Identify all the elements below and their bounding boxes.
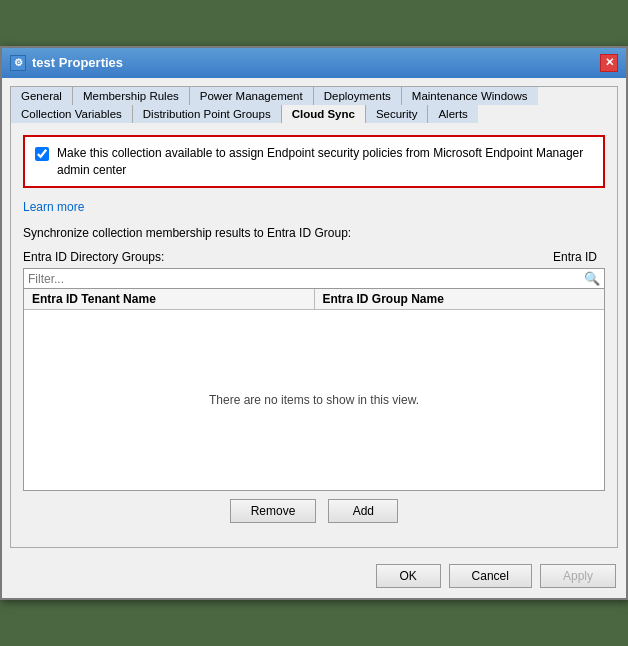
table-body: There are no items to show in this view. <box>24 310 604 490</box>
close-button[interactable]: ✕ <box>600 54 618 72</box>
column-tenant-name: Entra ID Tenant Name <box>24 289 315 309</box>
column-group-name: Entra ID Group Name <box>315 289 605 309</box>
tab-cloud-sync[interactable]: Cloud Sync <box>282 105 366 123</box>
add-button[interactable]: Add <box>328 499 398 523</box>
tabs-container: General Membership Rules Power Managemen… <box>2 78 626 557</box>
remove-button[interactable]: Remove <box>230 499 317 523</box>
endpoint-security-label: Make this collection available to assign… <box>57 145 593 179</box>
cancel-button[interactable]: Cancel <box>449 564 532 588</box>
footer-buttons: OK Cancel Apply <box>2 556 626 598</box>
empty-message: There are no items to show in this view. <box>209 393 419 407</box>
sync-description: Synchronize collection membership result… <box>23 226 605 240</box>
table-action-buttons: Remove Add <box>23 499 605 523</box>
window-icon: ⚙ <box>10 55 26 71</box>
tab-general[interactable]: General <box>11 87 73 105</box>
title-bar: ⚙ test Properties ✕ <box>2 48 626 78</box>
tab-maintenance-windows[interactable]: Maintenance Windows <box>402 87 538 105</box>
learn-more-link[interactable]: Learn more <box>23 200 84 214</box>
table-header: Entra ID Tenant Name Entra ID Group Name <box>24 289 604 310</box>
ok-button[interactable]: OK <box>376 564 441 588</box>
entra-id-column-label: Entra ID <box>553 250 597 264</box>
tab-content-area: Make this collection available to assign… <box>10 123 618 549</box>
properties-window: ⚙ test Properties ✕ General Membership R… <box>0 46 628 601</box>
tab-collection-variables[interactable]: Collection Variables <box>11 105 133 123</box>
tab-power-management[interactable]: Power Management <box>190 87 314 105</box>
tab-distribution-point-groups[interactable]: Distribution Point Groups <box>133 105 282 123</box>
endpoint-security-checkbox[interactable] <box>35 147 49 161</box>
tab-deployments[interactable]: Deployments <box>314 87 402 105</box>
tab-security[interactable]: Security <box>366 105 429 123</box>
directory-label: Entra ID Directory Groups: <box>23 250 164 264</box>
tab-alerts[interactable]: Alerts <box>428 105 477 123</box>
tab-membership-rules[interactable]: Membership Rules <box>73 87 190 105</box>
search-icon: 🔍 <box>584 271 600 286</box>
endpoint-security-section: Make this collection available to assign… <box>23 135 605 189</box>
directory-table: Entra ID Tenant Name Entra ID Group Name… <box>23 289 605 491</box>
apply-button[interactable]: Apply <box>540 564 616 588</box>
filter-row: 🔍 <box>23 268 605 289</box>
directory-header: Entra ID Directory Groups: Entra ID <box>23 250 605 264</box>
filter-input[interactable] <box>28 272 584 286</box>
window-title: test Properties <box>32 55 123 70</box>
